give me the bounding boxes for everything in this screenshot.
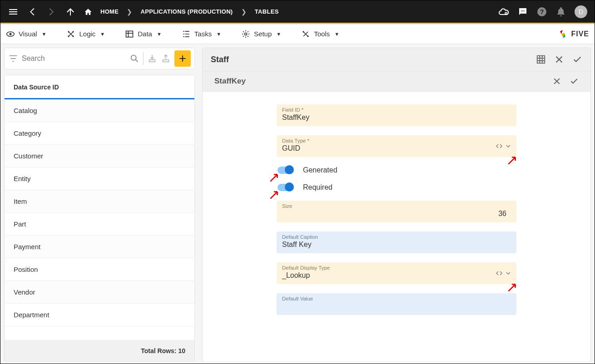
toggle-required-row: Required [277, 183, 516, 192]
cloud-config-icon[interactable] [498, 6, 509, 17]
field-default-value[interactable]: Default Value [277, 293, 516, 315]
svg-rect-19 [537, 56, 545, 64]
sub-title: StaffKey [214, 77, 246, 86]
field-label: Size [282, 203, 511, 209]
panel-title: Staff [211, 55, 229, 64]
list-item[interactable]: Department [5, 304, 194, 326]
code-icon[interactable] [496, 143, 503, 150]
field-label: Default Display Type [282, 265, 511, 271]
breadcrumb: HOME ❯ APPLICATIONS (PRODUCTION) ❯ TABLE… [84, 8, 279, 16]
field-label: Default Value [282, 296, 511, 301]
import-icon[interactable] [147, 54, 157, 64]
field-label: Data Type * [282, 138, 511, 143]
list-item[interactable]: Item [5, 190, 194, 213]
field-value [282, 302, 511, 311]
svg-point-16 [131, 55, 136, 60]
menu-visual[interactable]: Visual▼ [6, 30, 46, 39]
svg-text:?: ? [540, 8, 544, 15]
field-label: Default Caption [282, 234, 511, 240]
panel-header: Staff [202, 48, 591, 71]
svg-point-0 [505, 12, 507, 14]
toggle-label: Generated [303, 166, 337, 174]
chevron-right-icon: ❯ [127, 8, 132, 15]
field-value: StaffKey [282, 113, 511, 123]
list-item[interactable]: Position [5, 258, 194, 281]
list-footer: Total Rows: 10 [5, 340, 194, 362]
svg-rect-18 [163, 60, 169, 62]
toggle-generated-row: Generated [277, 166, 516, 174]
grid-icon[interactable] [536, 54, 546, 64]
list-item[interactable]: Category [5, 122, 194, 145]
field-label: Field ID * [282, 107, 511, 113]
list-header[interactable]: Data Source ID [5, 75, 194, 99]
search-icon[interactable] [129, 54, 139, 64]
field-value: GUID [282, 144, 511, 153]
search-input[interactable] [22, 54, 126, 63]
sidebar: Data Source ID Catalog Category Customer… [0, 44, 197, 362]
menu-setup[interactable]: Setup▼ [241, 30, 281, 39]
logo: FIVE [557, 29, 589, 39]
svg-point-1 [521, 10, 522, 11]
filter-icon[interactable] [8, 54, 18, 64]
menu-tools[interactable]: Tools▼ [301, 30, 339, 39]
search-row [4, 48, 195, 69]
form-area: Field ID * StaffKey Data Type * GUID [202, 92, 591, 362]
back-icon[interactable] [27, 6, 38, 17]
data-source-list: Data Source ID Catalog Category Customer… [4, 75, 195, 362]
list-item[interactable]: Entity [5, 167, 194, 190]
toggle-generated[interactable] [278, 167, 293, 174]
chat-icon[interactable] [517, 6, 528, 17]
sub-header: StaffKey [202, 71, 591, 92]
avatar[interactable]: D [575, 5, 587, 18]
field-value: 36 [282, 210, 511, 219]
menu-logic[interactable]: Logic▼ [66, 30, 105, 39]
list-item[interactable]: Vendor [5, 281, 194, 304]
list-item[interactable]: Payment [5, 236, 194, 258]
chevron-down-icon[interactable] [505, 270, 512, 277]
check-icon[interactable] [570, 77, 579, 86]
forward-icon [46, 6, 57, 17]
field-datatype[interactable]: Data Type * GUID [277, 135, 516, 157]
breadcrumb-applications[interactable]: APPLICATIONS (PRODUCTION) [141, 8, 233, 15]
home-icon[interactable] [84, 8, 92, 16]
toggle-label: Required [303, 183, 332, 192]
field-value: Staff Key [282, 241, 511, 250]
code-icon[interactable] [496, 270, 503, 277]
svg-point-13 [245, 33, 247, 35]
chevron-down-icon[interactable] [505, 143, 512, 150]
breadcrumb-tables[interactable]: TABLES [255, 8, 279, 15]
close-icon[interactable] [552, 77, 561, 86]
check-icon[interactable] [572, 54, 582, 64]
svg-point-3 [524, 10, 525, 11]
svg-point-14 [302, 31, 304, 32]
svg-rect-12 [126, 31, 133, 37]
close-icon[interactable] [554, 54, 564, 64]
list-item[interactable]: Customer [5, 145, 194, 167]
breadcrumb-home[interactable]: HOME [100, 8, 119, 15]
help-icon[interactable]: ? [536, 6, 547, 17]
bell-icon[interactable] [555, 6, 566, 17]
field-size[interactable]: Size 36 [277, 201, 516, 222]
svg-rect-17 [149, 60, 155, 62]
topbar: HOME ❯ APPLICATIONS (PRODUCTION) ❯ TABLE… [0, 0, 595, 24]
menu-data[interactable]: Data▼ [125, 30, 162, 39]
toggle-required[interactable] [278, 184, 293, 191]
list-item[interactable]: Catalog [5, 99, 194, 122]
field-value: _Lookup [282, 271, 511, 280]
menu-tasks[interactable]: Tasks▼ [182, 30, 221, 39]
menu-icon[interactable] [8, 6, 19, 17]
export-icon[interactable] [161, 54, 171, 64]
svg-point-15 [307, 35, 308, 37]
field-fieldid[interactable]: Field ID * StaffKey [277, 104, 516, 126]
up-icon[interactable] [65, 6, 76, 17]
chevron-right-icon: ❯ [241, 8, 247, 15]
svg-point-2 [522, 10, 523, 11]
field-default-caption[interactable]: Default Caption Staff Key [277, 231, 516, 253]
main-panel: Staff StaffKey Field ID * StaffKey [197, 44, 595, 362]
menubar: Visual▼ Logic▼ Data▼ Tasks▼ Setup▼ Tools… [0, 24, 595, 44]
field-display-type[interactable]: Default Display Type _Lookup [277, 262, 516, 284]
svg-point-7 [10, 33, 12, 35]
add-button[interactable] [174, 50, 191, 67]
list-item[interactable]: Part [5, 213, 194, 236]
